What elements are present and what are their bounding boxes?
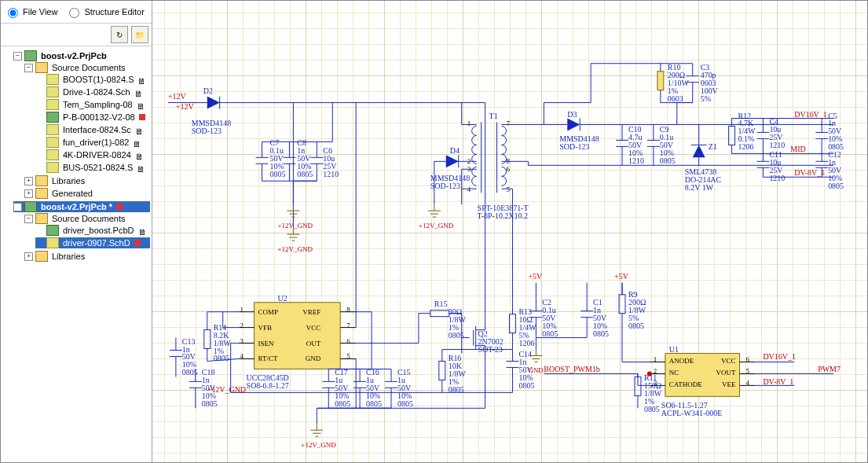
- tree-src-2[interactable]: −Source Documents: [24, 213, 150, 224]
- cap-c9[interactable]: C90.1u50V10%0805: [647, 124, 676, 165]
- tree-project-1[interactable]: −boost-v2.PrjPcb: [13, 50, 150, 61]
- schematic-icon: [46, 124, 59, 135]
- tree-file[interactable]: driver_boost.PcbD🗎: [35, 225, 150, 236]
- res-r11[interactable]: R11150Ω1/8W1%0805: [635, 373, 662, 413]
- project-1-name: boost-v2.PrjPcb: [39, 51, 108, 61]
- project-2-name: boost-v2.PrjPcb *: [39, 202, 114, 211]
- svg-text:COMP: COMP: [258, 308, 278, 316]
- res-r12[interactable]: R124.7K1/4W0.1%1206: [729, 112, 756, 154]
- cap-c6[interactable]: C610u25V1210: [310, 141, 339, 181]
- cap-c8[interactable]: C81n50V10%0805: [283, 138, 313, 181]
- cap-c10[interactable]: C104.7u50V10%1210: [616, 124, 644, 165]
- svg-text:5: 5: [346, 352, 350, 360]
- diode-d2[interactable]: D2 MMSD4148 SOD-123: [192, 86, 231, 136]
- tree-libraries[interactable]: +Libraries: [24, 175, 150, 186]
- cap-c1[interactable]: C11n50V10%0805: [580, 298, 609, 338]
- refresh-button[interactable]: ↻: [111, 26, 128, 43]
- radio-structure-editor[interactable]: Structure Editor: [65, 6, 144, 18]
- svg-text:1: 1: [240, 306, 244, 314]
- cap-c17[interactable]: C171u50V10%0805: [322, 368, 350, 408]
- folder-icon: [35, 188, 48, 199]
- cap-c16[interactable]: C161u50V10%0805: [353, 368, 382, 408]
- cap-c7[interactable]: C70.1u50V10%0805: [256, 138, 286, 181]
- schematic-icon: [46, 162, 59, 173]
- net-dv8: DV-8V_1: [794, 168, 825, 177]
- tree-file[interactable]: Interface-0824.Sc🗎: [35, 124, 150, 135]
- svg-text:0805: 0805: [644, 405, 660, 413]
- svg-marker-43: [567, 119, 580, 131]
- collapse-icon[interactable]: −: [24, 215, 33, 223]
- svg-text:1206: 1206: [738, 142, 754, 151]
- transformer-t1[interactable]: T1 12 34 56 78 SPT-10E3871-TT-8P-10.2X10…: [467, 112, 529, 221]
- svg-text:D4: D4: [450, 146, 460, 155]
- svg-text:8: 8: [346, 306, 350, 314]
- cap-c11[interactable]: C1110u25V1210: [756, 150, 785, 182]
- svg-marker-0: [207, 97, 220, 109]
- tree-file[interactable]: fun_driver(1)-082🗎: [35, 137, 150, 148]
- tree-file[interactable]: Tem_Sampling-08🗎: [35, 99, 150, 110]
- diode-d3[interactable]: D3MMSD4148SOD-123: [544, 110, 606, 152]
- svg-rect-48: [657, 72, 664, 90]
- svg-text:SOD-123: SOD-123: [559, 142, 589, 151]
- svg-text:T1: T1: [489, 112, 498, 120]
- svg-text:0805: 0805: [397, 399, 413, 408]
- modified-marker-icon: [139, 114, 145, 120]
- cap-c2[interactable]: C20.1u50V10%0805: [529, 298, 558, 338]
- expand-icon[interactable]: +: [24, 189, 33, 198]
- svg-text:U2: U2: [277, 294, 287, 303]
- svg-text:0603: 0603: [668, 94, 683, 103]
- doc-marker-icon: 🗎: [135, 127, 141, 133]
- folder-icon: 📁: [135, 31, 145, 39]
- res-r9[interactable]: R9200Ω1/8W5%0805: [619, 283, 646, 338]
- tree-file[interactable]: P-B-000132-V2-08: [35, 112, 150, 123]
- collapse-icon[interactable]: −: [13, 52, 22, 61]
- expand-icon[interactable]: +: [24, 252, 33, 261]
- pcb-icon: [46, 225, 59, 236]
- src-label: Source Documents: [50, 63, 127, 72]
- tree-file[interactable]: BOOST(1)-0824.S🗎: [35, 74, 150, 85]
- tree-project-2[interactable]: −boost-v2.PrjPcb *: [13, 201, 150, 212]
- cap-c3[interactable]: C3470p0603100V5%: [687, 63, 719, 103]
- svg-text:VCC: VCC: [306, 324, 320, 332]
- panel-view-switch: File View Structure Editor: [1, 1, 152, 24]
- refresh-icon: ↻: [116, 31, 123, 39]
- tree-file[interactable]: BUS-0521-0824.S🗎: [35, 162, 150, 173]
- res-r13[interactable]: R1310Ω1/4W5%1206: [509, 299, 537, 350]
- collapse-icon[interactable]: −: [13, 203, 22, 211]
- tree-generated[interactable]: +Generated: [24, 188, 150, 199]
- res-r15[interactable]: R1530Ω1/8W1%0805: [419, 299, 467, 340]
- cap-c13[interactable]: C131n50V10%0805: [170, 337, 198, 377]
- res-r10[interactable]: R10200Ω1/10W1%0603: [657, 63, 690, 103]
- radio-file-view[interactable]: File View: [4, 6, 57, 18]
- schematic-icon: [46, 137, 59, 148]
- svg-text:RT/CT: RT/CT: [258, 355, 278, 362]
- expand-icon[interactable]: +: [24, 177, 33, 186]
- locate-button[interactable]: 📁: [131, 26, 148, 43]
- schematic-canvas[interactable]: +12V +12V D2 MMSD4148 SOD-123 C70.1u50V1…: [152, 1, 867, 462]
- collapse-icon[interactable]: −: [24, 64, 33, 72]
- res-r14[interactable]: R148.2K1/8W1%0805: [204, 312, 232, 363]
- svg-rect-155: [204, 330, 211, 349]
- svg-marker-75: [693, 145, 705, 157]
- tree-file[interactable]: Drive-1-0824.Sch🗎: [35, 86, 150, 97]
- svg-text:U1: U1: [669, 345, 679, 354]
- project-icon: [24, 50, 37, 61]
- diode-d4[interactable]: D4MMSD4148SOD-123: [430, 146, 470, 190]
- mosfet-q2[interactable]: Q22N7002SOT-23: [462, 314, 504, 362]
- svg-text:6: 6: [507, 165, 511, 173]
- tree-libraries-2[interactable]: +Libraries: [24, 251, 150, 262]
- cap-c15[interactable]: C151u50V10%0805: [385, 368, 413, 408]
- net-dv16: DV16V_1: [763, 352, 795, 361]
- project-tree[interactable]: −boost-v2.PrjPcb −Source Documents BOOST…: [1, 46, 152, 462]
- tree-file[interactable]: 4K-DRIVER-0824🗎: [35, 149, 150, 160]
- radio-structure-editor-input[interactable]: [69, 8, 79, 18]
- res-r16[interactable]: R1610K1/8W1%0805: [439, 350, 467, 395]
- tree-file-active[interactable]: driver-0907.SchD: [35, 237, 150, 248]
- svg-text:GND: GND: [528, 366, 544, 374]
- svg-text:0805: 0805: [214, 354, 229, 362]
- radio-file-view-input[interactable]: [8, 8, 18, 18]
- tree-src-1[interactable]: −Source Documents: [24, 62, 150, 73]
- ic-u1[interactable]: U1 ANODENCCATHODE VCCVOUTVEE 123 654 SO6…: [650, 345, 756, 418]
- zener-z1[interactable]: Z1SML4738DO-214AC8.2V 1W: [685, 124, 722, 192]
- cap-c4[interactable]: C410u25V1210: [756, 117, 785, 153]
